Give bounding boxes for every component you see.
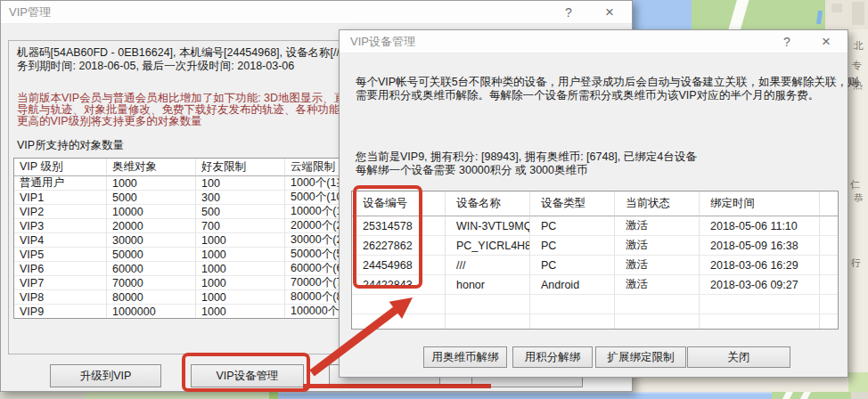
table-cell [820,314,838,330]
dialog-intro-line2: 需要用积分或奥维币解除。每解除一个设备所需积分或奥维币为该VIP对应的半个月的服… [356,88,819,103]
table-cell: 20000 [107,219,196,233]
table-row[interactable]: 26227862PC_YICRL4H8E...PC激活2018-05-09 16… [352,236,838,256]
map-road [781,392,794,399]
table-cell: 700 [196,219,285,233]
table-cell: 1000 [107,176,196,191]
table-row[interactable]: 25314578WIN-3VTL9MQ...PC激活2018-05-06 11:… [352,216,838,236]
table-cell: 24454968 [352,256,446,275]
table-cell: 普通用户 [14,176,107,191]
table-cell: Android [530,275,615,295]
table-cell [820,275,838,295]
table-cell [446,314,530,330]
map-label: 专 [852,59,862,72]
unbind-with-coin-button[interactable]: 用奥维币解绑 [423,346,507,368]
table-cell: 5000 [107,191,196,205]
table-row[interactable] [352,314,838,330]
dialog-title: VIP设备管理 [350,34,415,50]
map-label: 北 [854,39,864,53]
table-cell: 70000 [107,276,196,290]
table-row[interactable]: 24454968///PC激活2018-03-06 16:29 [352,256,838,275]
table-cell: /// [446,256,530,275]
main-window-titlebar[interactable]: VIP管理 ? × [1,1,632,24]
column-header: 设备类型 [530,191,615,216]
map-green-area [848,372,868,394]
table-cell [530,295,615,314]
table-cell: 激活 [615,256,700,275]
help-button[interactable]: ? [767,30,807,53]
vip-device-dialog: VIP设备管理 ? × 每个VIP帐号可关联5台不限种类的设备，用户登录成功后会… [339,29,848,378]
close-icon[interactable]: × [589,1,630,24]
map-bottom-strip [0,392,868,399]
table-row[interactable] [352,295,838,314]
table-cell: 60000 [107,262,196,276]
column-header: VIP 级别 [14,159,107,176]
upgrade-to-vip-button[interactable]: 升级到VIP [50,364,161,387]
map-building [852,2,864,25]
table-header-row: 设备编号设备名称设备类型当前状态绑定时间 [352,191,838,216]
map-segment [0,392,85,399]
extend-binding-limit-button[interactable]: 扩展绑定限制 [595,346,686,368]
table-cell: 10000 [107,205,196,219]
map-road [798,392,812,399]
table-cell: 500 [196,205,285,219]
vip-feature-text-line3: 更高的VIP级别将支持更多的对象数量 [17,114,202,129]
table-cell [820,295,838,314]
unbind-with-points-button[interactable]: 用积分解绑 [512,346,593,368]
vip-device-manage-button[interactable]: VIP设备管理 [191,364,304,387]
map-label: 仁 [850,178,860,191]
map-water-segment [278,392,772,399]
table-cell: PC [530,236,615,256]
column-header: 当前状态 [615,191,700,216]
column-header: 奥维对象 [107,159,196,176]
table-cell: VIP9 [14,305,107,319]
map-segment [85,392,269,399]
table-cell: VIP8 [14,290,107,305]
bound-devices-table: 设备编号设备名称设备类型当前状态绑定时间25314578WIN-3VTL9MQ.… [351,191,839,330]
table-cell: VIP3 [14,219,107,233]
table-cell: 300 [196,191,285,205]
table-cell [352,314,446,330]
table-cell: 2018-03-06 09:27 [700,275,820,295]
table-cell: 1000000 [107,305,196,319]
table-cell [615,314,700,330]
table-cell: 激活 [615,275,700,295]
map-segment [851,392,868,399]
map-label: 行 [851,256,861,270]
table-cell: 24422843 [352,275,446,295]
table-cell: PC_YICRL4H8E... [446,236,530,256]
table-cell: WIN-3VTL9MQ... [446,216,530,236]
table-cell [615,295,700,314]
table-cell: PC [530,256,615,275]
table-cell: 1000 [196,248,285,262]
column-header: 设备名称 [446,191,530,216]
table-cell [352,295,446,314]
column-header: 设备编号 [352,191,446,216]
help-button[interactable]: ? [548,1,589,24]
table-cell: VIP5 [14,248,107,262]
map-segment [269,392,278,399]
table-cell: 2018-03-06 16:29 [700,256,820,275]
dialog-titlebar[interactable]: VIP设备管理 ? × [340,30,848,53]
table-cell: VIP4 [14,233,107,248]
table-cell: 1000 [196,276,285,290]
close-button[interactable]: 关闭 [687,346,790,368]
close-icon[interactable]: × [807,30,846,53]
column-header: 好友限制 [196,159,285,176]
table-cell: 50000 [107,248,196,262]
table-cell [820,216,838,236]
map-building [831,4,842,12]
table-row[interactable]: 24422843honorAndroid激活2018-03-06 09:27 [352,275,838,295]
table-cell: 1000 [196,290,285,305]
map-label: 恭 [854,191,864,205]
table-cell: VIP2 [14,205,107,219]
table-cell: PC [530,216,615,236]
table-cell: VIP7 [14,276,107,290]
main-window-title: VIP管理 [9,4,51,20]
column-header [820,191,838,216]
dialog-status-line2: 每解绑一个设备需要 30000积分 或 3000奥维币 [356,163,588,178]
table-cell: 1000 [196,262,285,276]
table-cell: 2018-05-06 11:10 [700,216,820,236]
table-cell: 1000 [196,305,285,319]
column-header: 绑定时间 [700,191,820,216]
table-cell: honor [446,275,530,295]
